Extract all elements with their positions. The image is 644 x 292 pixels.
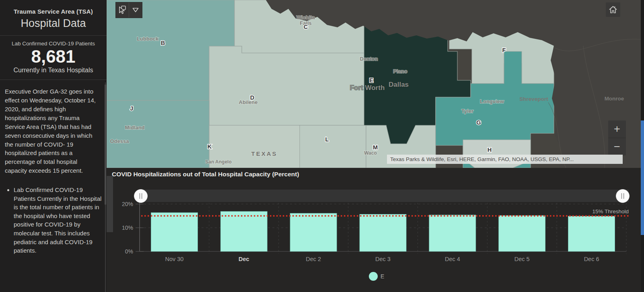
region-label-C: C <box>304 24 308 30</box>
bar-dec-3[interactable] <box>360 214 406 251</box>
bar-dec-5[interactable] <box>499 215 545 251</box>
region-label-M: M <box>373 144 378 151</box>
region-label-J: J <box>130 105 133 112</box>
select-tool-button[interactable] <box>116 2 129 18</box>
time-slider-handle-right[interactable] <box>616 190 630 203</box>
x-category-label: Dec <box>239 256 249 262</box>
region-label-L: L <box>325 136 329 143</box>
sidebar: Trauma Service Area (TSA) Hospital Data … <box>0 0 107 292</box>
bar-dec-4[interactable] <box>429 215 476 251</box>
stat-label-top: Lab Confirmed COVID-19 Patients <box>2 41 104 47</box>
city-label-waco: Waco <box>364 150 377 156</box>
time-slider-handle-left[interactable] <box>134 190 148 203</box>
map-attribution: Texas Parks & Wildlife, Esri, HERE, Garm… <box>387 155 623 164</box>
threshold-label: 15% Threshold <box>592 208 629 214</box>
dashboard-title-line2: Hospital Data <box>4 17 103 30</box>
page-scrollbar-track[interactable] <box>641 0 644 292</box>
stat-panel: Lab Confirmed COVID-19 Patients 8,681 Cu… <box>0 36 107 80</box>
stat-value: 8,681 <box>2 47 104 66</box>
bar-dec[interactable] <box>220 211 267 251</box>
x-category-label: Dec 3 <box>375 256 391 262</box>
city-label-monroe: Monroe <box>605 96 624 102</box>
y-tick-label: 10% <box>122 225 133 231</box>
stat-label-bottom: Currently in Texas Hospitals <box>2 67 104 74</box>
legend-swatch-E[interactable] <box>369 272 378 281</box>
region-label-K: K <box>208 143 212 150</box>
legend-label-E: E <box>381 273 384 280</box>
city-label-longview: Longview <box>480 98 504 104</box>
city-label-plano: Plano <box>393 68 407 74</box>
x-category-label: Nov 30 <box>165 256 183 262</box>
y-tick-label: 0% <box>125 248 133 255</box>
city-label-fort-worth: Fort Worth <box>350 84 385 92</box>
region-label-B: B <box>161 40 165 46</box>
page-scrollbar-thumb[interactable] <box>641 120 644 235</box>
region-label-D: D <box>250 94 254 101</box>
bar-dec-2[interactable] <box>290 213 337 251</box>
map-canvas[interactable]: LubbockWichitaFallsAbileneMidlandOdessaS… <box>107 0 641 168</box>
map-region-D[interactable] <box>209 46 366 125</box>
map-select-tool-group <box>115 2 142 18</box>
select-tool-dropdown-button[interactable] <box>129 2 142 18</box>
x-category-label: Dec 6 <box>584 256 599 262</box>
map-home-button[interactable] <box>606 2 620 17</box>
home-icon <box>608 5 618 14</box>
bar-nov-30[interactable] <box>151 212 198 251</box>
city-label-tyler: Tyler <box>461 108 473 114</box>
hospitalization-bar-chart[interactable]: 0%10%20%15% ThresholdNov 30DecDec 2Dec 3… <box>107 180 644 292</box>
city-label-shreveport: Shreveport <box>519 96 548 102</box>
zoom-in-button[interactable]: + <box>608 120 626 138</box>
state-label-texas: TEXAS <box>251 150 277 157</box>
bar-dec-6[interactable] <box>568 216 615 251</box>
chart-panel: COVID Hospitalizations out of Total Hosp… <box>107 168 644 292</box>
chart-title: COVID Hospitalizations out of Total Hosp… <box>112 171 299 178</box>
zoom-out-button[interactable]: − <box>608 138 626 155</box>
dashboard-title-line1: Trauma Service Area (TSA) <box>4 8 103 15</box>
region-label-F: F <box>502 47 506 53</box>
sidebar-scrollbar-thumb[interactable] <box>105 84 106 205</box>
city-label-abilene: Abilene <box>239 99 258 105</box>
map-zoom-control: + − <box>608 120 626 155</box>
x-category-label: Dec 4 <box>445 256 460 262</box>
region-label-H: H <box>488 147 492 153</box>
city-label-lubbock: Lubbock <box>137 36 159 42</box>
region-label-E: E <box>369 77 373 84</box>
tsa-region-map[interactable]: LubbockWichitaFallsAbileneMidlandOdessaS… <box>107 0 641 168</box>
description-paragraph: Executive Order GA-32 goes into effect o… <box>0 80 107 175</box>
y-tick-label: 20% <box>122 201 133 207</box>
bullet-item: Lab Confirmed COVID-19 Patients Currentl… <box>14 186 102 255</box>
sidebar-header: Trauma Service Area (TSA) Hospital Data <box>0 0 107 36</box>
city-label-wichita: Wichita <box>296 14 315 20</box>
map-region-L[interactable] <box>300 125 366 168</box>
description-bullet-list: Lab Confirmed COVID-19 Patients Currentl… <box>0 186 107 255</box>
map-region-J[interactable] <box>107 100 209 168</box>
city-label-midland: Midland <box>125 125 144 131</box>
x-category-label: Dec 5 <box>514 256 530 262</box>
time-slider-track[interactable] <box>139 190 629 202</box>
chevron-down-icon <box>132 8 139 12</box>
city-label-dallas: Dallas <box>389 81 409 88</box>
city-label-san-angelo: San Angelo <box>205 159 232 165</box>
x-category-label: Dec 2 <box>306 256 321 262</box>
lasso-select-icon <box>118 5 127 15</box>
region-label-G: G <box>476 119 481 126</box>
city-label-odessa: Odessa <box>110 138 130 144</box>
city-label-denton: Denton <box>360 56 378 62</box>
